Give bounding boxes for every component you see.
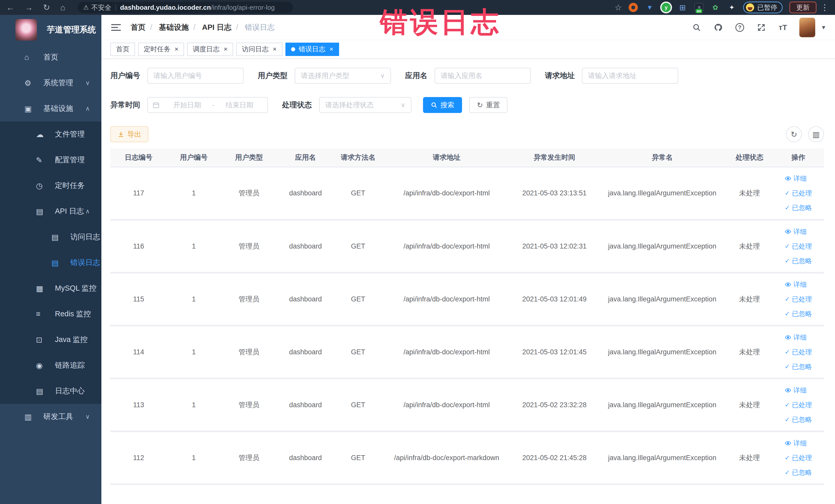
detail-link[interactable]: 详细 — [785, 386, 807, 395]
tab-close-icon[interactable]: × — [175, 45, 178, 53]
sidebar-item[interactable]: ▤ API 日志 ∧ — [0, 199, 101, 224]
select-arrow-icon: ∨ — [380, 72, 385, 79]
ignored-link[interactable]: ✓ 已忽略 — [785, 362, 812, 371]
request-url-input[interactable] — [582, 68, 678, 84]
column-header[interactable]: 处理状态 — [727, 148, 773, 167]
breadcrumb-item[interactable]: / 错误日志 — [231, 22, 274, 33]
sidebar-item[interactable]: ≡ Redis 监控 — [0, 301, 101, 327]
processed-link[interactable]: ✓ 已处理 — [785, 189, 812, 198]
toggle-extension-icon[interactable]: ≡ on — [694, 3, 704, 12]
column-header[interactable]: 用户类型 — [221, 148, 277, 167]
grid-extension-icon[interactable]: ⊞ — [678, 3, 687, 12]
detail-link[interactable]: 详细 — [785, 439, 807, 448]
forward-icon[interactable]: → — [25, 3, 33, 12]
ignored-link[interactable]: ✓ 已忽略 — [785, 415, 812, 424]
processed-link[interactable]: ✓ 已处理 — [785, 242, 812, 251]
sidebar-item[interactable]: ▤ 错误日志 — [0, 250, 101, 276]
column-header[interactable]: 异常名 — [598, 148, 727, 167]
error-log-table: 日志编号用户编号用户类型应用名请求方法名请求地址异常发生时间异常名处理状态操作 … — [110, 148, 824, 485]
cell-url: /api/infra/db-doc/export-html — [383, 326, 511, 379]
help-icon[interactable]: ? — [735, 22, 745, 33]
chevron-icon: ∨ — [85, 413, 90, 420]
column-header[interactable]: 用户编号 — [167, 148, 221, 167]
processed-link[interactable]: ✓ 已处理 — [785, 453, 812, 462]
browser-update-button[interactable]: 更新 — [789, 2, 816, 13]
menu-label: 错误日志 — [70, 258, 100, 268]
breadcrumb-item[interactable]: 首页 — [131, 22, 145, 33]
sidebar-item[interactable]: ◷ 定时任务 — [0, 173, 101, 199]
process-status-select[interactable]: 请选择处理状态 ∨ — [319, 97, 411, 113]
table-refresh-button[interactable]: ↻ — [786, 126, 802, 142]
detail-link[interactable]: 详细 — [785, 174, 807, 183]
hamburger-icon[interactable] — [111, 24, 121, 31]
github-icon[interactable] — [713, 22, 724, 33]
view-tab[interactable]: 调度日志 × — [187, 43, 233, 56]
ignored-link[interactable]: ✓ 已忽略 — [785, 309, 812, 318]
tab-close-icon[interactable]: × — [224, 45, 227, 53]
export-button[interactable]: 导出 — [110, 126, 148, 142]
check-icon: ✓ — [785, 310, 790, 317]
app-name-input[interactable] — [434, 68, 531, 84]
column-header[interactable]: 请求地址 — [383, 148, 511, 167]
view-tab[interactable]: 定时任务 × — [138, 43, 184, 56]
sidebar-item[interactable]: ▣ 基础设施 ∧ — [0, 96, 101, 121]
sidebar-item[interactable]: ⚙ 系统管理 ∨ — [0, 70, 101, 96]
processed-link[interactable]: ✓ 已处理 — [785, 401, 812, 409]
browser-menu-icon[interactable]: ⋮ — [821, 3, 829, 12]
view-tab[interactable]: 错误日志 × — [285, 43, 339, 56]
fullscreen-icon[interactable] — [756, 22, 767, 33]
sidebar-item[interactable]: ✎ 配置管理 — [0, 147, 101, 173]
leaf-extension-icon[interactable]: ✿ — [711, 3, 720, 12]
column-header[interactable]: 应用名 — [277, 148, 334, 167]
back-icon[interactable]: ← — [6, 3, 14, 12]
user-avatar[interactable] — [799, 18, 815, 37]
search-icon[interactable] — [692, 22, 702, 33]
tab-close-icon[interactable]: × — [330, 45, 333, 53]
tab-close-icon[interactable]: × — [272, 45, 277, 53]
address-bar[interactable]: ⚠ 不安全 dashboard.yudao.iocoder.cn /infra/… — [78, 2, 293, 13]
ignored-link[interactable]: ✓ 已忽略 — [785, 468, 812, 477]
processed-link[interactable]: ✓ 已处理 — [785, 348, 812, 357]
reset-button[interactable]: ↻ 重置 — [469, 97, 507, 113]
column-header[interactable]: 日志编号 — [110, 148, 167, 167]
paused-profile-chip[interactable]: 已暂停 — [743, 2, 782, 13]
cell-actions: 详细 ✓ 已处理 ✓ 已忽略 — [773, 431, 824, 484]
detail-link[interactable]: 详细 — [785, 227, 807, 236]
sidebar-item[interactable]: ▦ MySQL 监控 — [0, 276, 101, 301]
y-extension-icon[interactable]: y — [661, 3, 671, 12]
sidebar-item[interactable]: ⊡ Java 监控 — [0, 327, 101, 352]
shield-extension-icon[interactable]: ▼ — [645, 3, 654, 12]
sidebar-item[interactable]: ▤ 日志中心 — [0, 378, 101, 404]
home-icon[interactable]: ⌂ — [60, 3, 65, 12]
user-type-select[interactable]: 请选择用户类型 ∨ — [295, 68, 391, 84]
detail-link[interactable]: 详细 — [785, 280, 807, 289]
orange-extension-icon[interactable] — [629, 3, 638, 12]
column-settings-button[interactable]: ▥ — [808, 126, 824, 142]
app-logo-row[interactable]: 芋道管理系统 — [0, 15, 101, 44]
sidebar-item[interactable]: ▤ 访问日志 — [0, 224, 101, 250]
sidebar-item[interactable]: ⌂ 首页 — [0, 44, 101, 70]
ignored-link[interactable]: ✓ 已忽略 — [785, 203, 812, 212]
detail-link[interactable]: 详细 — [785, 333, 807, 342]
column-header[interactable]: 异常发生时间 — [511, 148, 598, 167]
column-header[interactable]: 操作 — [773, 148, 824, 167]
view-tab[interactable]: 首页 — [110, 43, 135, 56]
search-button[interactable]: 搜索 — [423, 97, 462, 113]
column-header[interactable]: 请求方法名 — [334, 148, 383, 167]
sidebar-item[interactable]: ◉ 链路追踪 — [0, 352, 101, 378]
sidebar-item[interactable]: ☁ 文件管理 — [0, 121, 101, 147]
reload-icon[interactable]: ↻ — [43, 3, 50, 12]
breadcrumb-item[interactable]: / API 日志 — [189, 22, 231, 33]
sidebar-item[interactable]: ▥ 研发工具 ∨ — [0, 404, 101, 429]
breadcrumb-item[interactable]: / 基础设施 — [145, 22, 189, 33]
processed-link[interactable]: ✓ 已处理 — [785, 295, 812, 304]
bookmark-star-icon[interactable]: ☆ — [614, 3, 622, 12]
avatar-caret-icon[interactable]: ▾ — [822, 23, 825, 31]
ignored-link[interactable]: ✓ 已忽略 — [785, 257, 812, 265]
view-tab[interactable]: 访问日志 × — [236, 43, 282, 56]
puzzle-extension-icon[interactable]: ✦ — [727, 3, 736, 12]
font-size-icon[interactable]: тT — [778, 22, 788, 33]
cell-actions: 详细 ✓ 已处理 ✓ 已忽略 — [773, 379, 824, 431]
user-id-input[interactable] — [147, 68, 244, 84]
exception-time-range-picker[interactable]: 开始日期 - 结束日期 — [147, 97, 268, 113]
